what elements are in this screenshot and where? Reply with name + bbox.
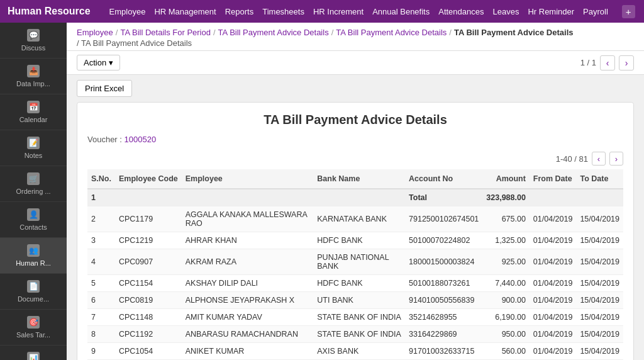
- report-container: TA Bill Payment Advice Details Voucher :…: [67, 102, 644, 360]
- sidebar-item-2[interactable]: 📅Calendar: [0, 94, 67, 130]
- cell-sno: 8: [87, 326, 115, 343]
- cell-employee: AKSHAY DILIP DALI: [182, 275, 314, 292]
- breadcrumb-employee[interactable]: Employee: [77, 28, 113, 37]
- sidebar-icon-3: 📝: [27, 137, 40, 149]
- cell-bank: PUNJAB NATIONAL BANK: [313, 249, 405, 275]
- sidebar-item-4[interactable]: 🛒Ordering ...: [0, 166, 67, 202]
- sidebar-icon-9: 📊: [27, 352, 40, 360]
- sidebar-item-9[interactable]: 📊BI Settings: [0, 346, 67, 360]
- cell-account: 7912500102674501: [405, 206, 482, 232]
- cell-to_date: 15/04/2019: [576, 309, 623, 326]
- cell-from_date: 01/04/2019: [530, 249, 577, 275]
- table-row: 1Total323,988.00: [87, 189, 623, 206]
- sidebar-item-3[interactable]: 📝Notes: [0, 130, 67, 166]
- cell-amount: 7,440.00: [482, 275, 530, 292]
- sidebar-icon-6: 👥: [27, 244, 40, 257]
- cell-to_date: 15/04/2019: [576, 206, 623, 232]
- sidebar-label-7: Docume...: [18, 295, 49, 303]
- main-layout: 💬Discuss📥Data Imp...📅Calendar📝Notes🛒Orde…: [0, 23, 644, 360]
- cell-from_date: 01/04/2019: [530, 232, 577, 249]
- nav-leaves[interactable]: Leaves: [489, 4, 523, 19]
- cell-code: CPC1148: [115, 309, 182, 326]
- sidebar-item-7[interactable]: 📄Docume...: [0, 274, 67, 310]
- table-header-row-tr: S.No.Employee CodeEmployeeBank NameAccou…: [87, 169, 623, 189]
- nav-hr-increment[interactable]: HR Increment: [309, 4, 367, 19]
- report-title: TA Bill Payment Advice Details: [87, 113, 623, 127]
- action-button[interactable]: Action ▾: [77, 55, 120, 70]
- sidebar-item-0[interactable]: 💬Discuss: [0, 23, 67, 59]
- next-page-button[interactable]: ›: [619, 55, 634, 70]
- cell-sno: 4: [87, 249, 115, 275]
- action-bar: Action ▾ 1 / 1 ‹ ›: [67, 51, 644, 75]
- print-excel-button[interactable]: Print Excel: [77, 80, 132, 97]
- sidebar-item-5[interactable]: 👤Contacts: [0, 202, 67, 238]
- cell-to_date: [576, 189, 623, 206]
- nav-annual-benefits[interactable]: Annual Benefits: [369, 4, 433, 19]
- breadcrumb-ta-bill-details[interactable]: TA Bill Details For Period: [120, 28, 211, 37]
- sep2: /: [213, 28, 216, 37]
- cell-employee: AKRAM RAZA: [182, 249, 314, 275]
- sep3: /: [331, 28, 334, 37]
- sidebar-item-1[interactable]: 📥Data Imp...: [0, 59, 67, 94]
- cell-account: 914010050556839: [405, 292, 482, 309]
- cell-to_date: 15/04/2019: [576, 232, 623, 249]
- cell-employee: ANIKET KUMAR: [182, 343, 314, 360]
- col-header-to_date: To Date: [576, 169, 623, 189]
- nav-employee[interactable]: Employee: [106, 4, 150, 19]
- voucher-label: Voucher :: [87, 135, 122, 144]
- sep1: /: [116, 28, 118, 37]
- sidebar: 💬Discuss📥Data Imp...📅Calendar📝Notes🛒Orde…: [0, 23, 67, 360]
- table-next-button[interactable]: ›: [609, 152, 623, 166]
- col-header-employee: Employee: [182, 169, 314, 189]
- table-row: 3CPC1219AHRAR KHANHDFC BANK5010007022480…: [87, 232, 623, 249]
- cell-bank: KARNATAKA BANK: [313, 206, 405, 232]
- table-prev-button[interactable]: ‹: [592, 152, 606, 166]
- table-header-row: 1-40 / 81 ‹ ›: [87, 152, 623, 166]
- cell-amount: 323,988.00: [482, 189, 530, 206]
- table-row: 6CPC0819ALPHONSE JEYAPRAKASH XUTI BANK91…: [87, 292, 623, 309]
- cell-code: CPC0907: [115, 249, 182, 275]
- nav-attendances[interactable]: Attendances: [435, 4, 487, 19]
- sep4: /: [449, 28, 452, 37]
- prev-page-button[interactable]: ‹: [600, 55, 615, 70]
- sidebar-icon-0: 💬: [27, 29, 40, 42]
- table-row: 5CPC1154AKSHAY DILIP DALIHDFC BANK501001…: [87, 275, 623, 292]
- table-pagination-text: 1-40 / 81: [556, 154, 588, 164]
- pagination-text: 1 / 1: [580, 58, 596, 67]
- nav-payroll[interactable]: Payroll: [579, 4, 612, 19]
- sidebar-label-6: Human R...: [16, 259, 51, 267]
- nav-hr-management[interactable]: HR Management: [150, 4, 219, 19]
- sidebar-item-8[interactable]: 🎯Sales Tar...: [0, 310, 67, 346]
- sidebar-icon-7: 📄: [27, 280, 40, 293]
- add-menu-button[interactable]: +: [622, 5, 635, 18]
- cell-employee: ALPHONSE JEYAPRAKASH X: [182, 292, 314, 309]
- voucher-link[interactable]: 1000520: [125, 135, 157, 144]
- sidebar-label-3: Notes: [25, 152, 43, 159]
- breadcrumb-bill-payment1[interactable]: TA Bill Payment Advice Details: [218, 28, 329, 37]
- breadcrumb-current: TA Bill Payment Advice Details: [454, 28, 574, 37]
- sidebar-label-2: Calendar: [19, 116, 48, 123]
- cell-code: CPC1154: [115, 275, 182, 292]
- cell-from_date: 01/04/2019: [530, 326, 577, 343]
- cell-code: [115, 189, 182, 206]
- cell-from_date: 01/04/2019: [530, 343, 577, 360]
- cell-account: 180001500003824: [405, 249, 482, 275]
- sidebar-icon-2: 📅: [27, 101, 40, 113]
- nav-reports[interactable]: Reports: [221, 4, 258, 19]
- col-header-bank: Bank Name: [313, 169, 405, 189]
- nav-timesheets[interactable]: Timesheets: [258, 4, 308, 19]
- cell-sno: 9: [87, 343, 115, 360]
- cell-bank: HDFC BANK: [313, 232, 405, 249]
- sidebar-item-6[interactable]: 👥Human R...: [0, 238, 67, 274]
- nav-links: EmployeeHR ManagementReportsTimesheetsHR…: [106, 4, 612, 19]
- sidebar-icon-1: 📥: [27, 65, 40, 77]
- cell-employee: ANBARASU RAMACHANDRAN: [182, 326, 314, 343]
- breadcrumb-bar: Employee / TA Bill Details For Period / …: [67, 23, 644, 51]
- sidebar-label-8: Sales Tar...: [16, 331, 50, 339]
- cell-bank: HDFC BANK: [313, 275, 405, 292]
- nav-hr-reminder[interactable]: Hr Reminder: [524, 4, 578, 19]
- cell-employee: AMIT KUMAR YADAV: [182, 309, 314, 326]
- cell-from_date: [530, 189, 577, 206]
- toolbar: Print Excel: [67, 75, 644, 102]
- breadcrumb-bill-payment2[interactable]: TA Bill Payment Advice Details: [336, 28, 447, 37]
